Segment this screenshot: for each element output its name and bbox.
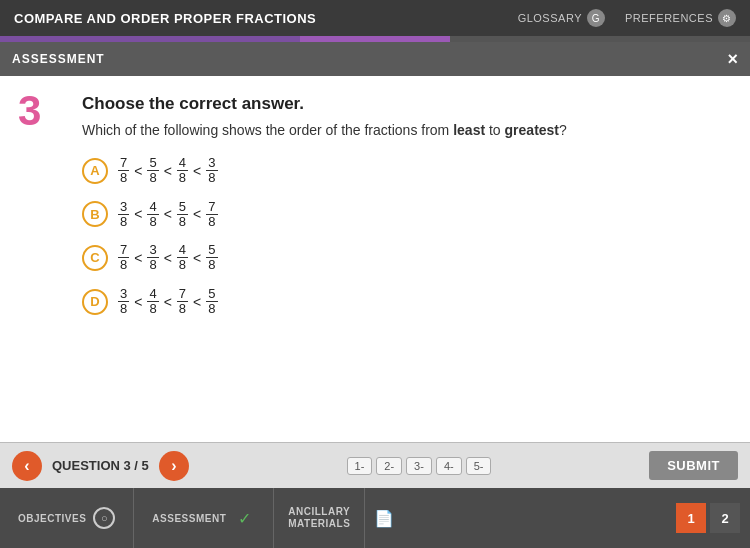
- option-b-circle: B: [82, 201, 108, 227]
- question-body-end: ?: [559, 122, 567, 138]
- option-c[interactable]: C 78 < 38 < 48 < 58: [82, 243, 726, 273]
- page-dot-3[interactable]: 3-: [406, 457, 432, 475]
- ancillary-doc-icon: 📄: [373, 507, 395, 529]
- page-dot-5[interactable]: 5-: [466, 457, 492, 475]
- top-bar-title: COMPARE AND ORDER PROPER FRACTIONS: [14, 11, 316, 26]
- glossary-button[interactable]: GLOSSARY G: [518, 9, 605, 27]
- question-area: Choose the correct answer. Which of the …: [82, 94, 726, 316]
- footer-page-2[interactable]: 2: [710, 503, 740, 533]
- question-body-mid: to: [485, 122, 504, 138]
- option-a-circle: A: [82, 158, 108, 184]
- options-list: A 78 < 58 < 48 < 38 B 38 < 48 <: [82, 156, 726, 316]
- question-body-pre: Which of the following shows the order o…: [82, 122, 453, 138]
- progress-segment-1: [0, 36, 300, 42]
- assessment-item[interactable]: ASSESSMENT ✓: [134, 488, 274, 548]
- option-c-expr: 78 < 38 < 48 < 58: [118, 243, 218, 273]
- option-d-circle: D: [82, 289, 108, 315]
- ancillary-label: ANCILLARYMATERIALS: [288, 506, 350, 530]
- assessment-check-icon: ✓: [233, 507, 255, 529]
- option-d-expr: 38 < 48 < 78 < 58: [118, 287, 218, 317]
- glossary-label: GLOSSARY: [518, 12, 582, 24]
- top-bar: COMPARE AND ORDER PROPER FRACTIONS GLOSS…: [0, 0, 750, 36]
- prev-button[interactable]: ‹: [12, 451, 42, 481]
- assessment-footer-label: ASSESSMENT: [152, 513, 226, 524]
- ancillary-item[interactable]: ANCILLARYMATERIALS: [274, 488, 365, 548]
- objectives-icon: ○: [93, 507, 115, 529]
- close-button[interactable]: ×: [727, 49, 738, 70]
- assessment-label: ASSESSMENT: [12, 52, 105, 66]
- question-title: Choose the correct answer.: [82, 94, 726, 114]
- page-dots: 1- 2- 3- 4- 5-: [199, 457, 639, 475]
- footer-page-1[interactable]: 1: [676, 503, 706, 533]
- question-body-bold1: least: [453, 122, 485, 138]
- main-content: 3 Choose the correct answer. Which of th…: [0, 76, 750, 442]
- assessment-header: ASSESSMENT ×: [0, 42, 750, 76]
- option-d[interactable]: D 38 < 48 < 78 < 58: [82, 287, 726, 317]
- progress-segment-3: [450, 36, 750, 42]
- question-label: QUESTION 3 / 5: [52, 458, 149, 473]
- top-bar-right: GLOSSARY G PREFERENCES ⚙: [518, 9, 736, 27]
- progress-segment-2: [300, 36, 450, 42]
- option-c-circle: C: [82, 245, 108, 271]
- page-dot-1[interactable]: 1-: [347, 457, 373, 475]
- objectives-label: OBJECTIVES: [18, 513, 86, 524]
- option-a-expr: 78 < 58 < 48 < 38: [118, 156, 218, 186]
- ancillary-doc-icon-wrap: 📄: [365, 507, 395, 529]
- preferences-label: PREFERENCES: [625, 12, 713, 24]
- nav-bar: ‹ QUESTION 3 / 5 › 1- 2- 3- 4- 5- SUBMIT: [0, 442, 750, 488]
- footer-pagination: 1 2: [676, 503, 750, 533]
- option-b-expr: 38 < 48 < 58 < 78: [118, 200, 218, 230]
- preferences-icon: ⚙: [718, 9, 736, 27]
- page-dot-4[interactable]: 4-: [436, 457, 462, 475]
- question-number: 3: [18, 90, 41, 132]
- submit-button[interactable]: SUBMIT: [649, 451, 738, 480]
- next-button[interactable]: ›: [159, 451, 189, 481]
- progress-bar: [0, 36, 750, 42]
- option-a[interactable]: A 78 < 58 < 48 < 38: [82, 156, 726, 186]
- preferences-button[interactable]: PREFERENCES ⚙: [625, 9, 736, 27]
- page-dot-2[interactable]: 2-: [376, 457, 402, 475]
- footer: OBJECTIVES ○ ASSESSMENT ✓ ANCILLARYMATER…: [0, 488, 750, 548]
- question-body-bold2: greatest: [505, 122, 559, 138]
- option-b[interactable]: B 38 < 48 < 58 < 78: [82, 200, 726, 230]
- glossary-icon: G: [587, 9, 605, 27]
- objectives-item[interactable]: OBJECTIVES ○: [0, 488, 134, 548]
- question-body: Which of the following shows the order o…: [82, 122, 726, 138]
